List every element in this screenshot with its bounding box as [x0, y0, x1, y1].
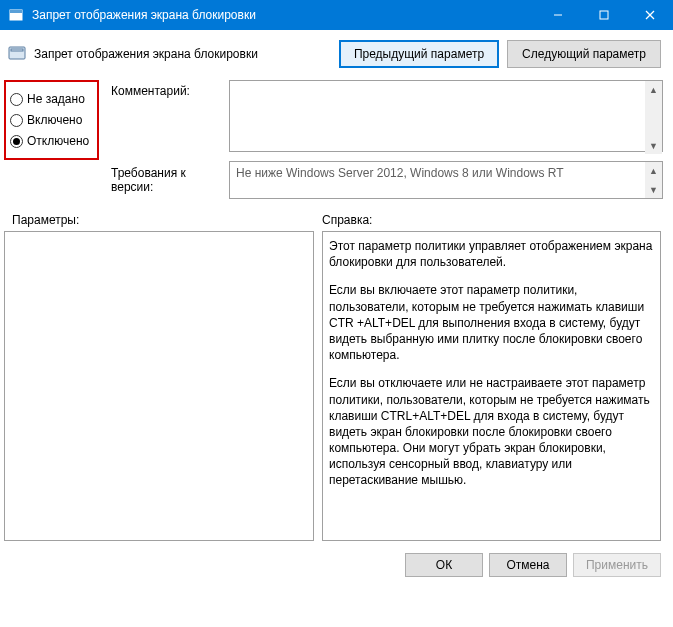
parameters-label: Параметры: [12, 213, 322, 227]
svg-rect-1 [10, 10, 22, 13]
dialog-footer: ОК Отмена Применить [0, 541, 673, 589]
previous-setting-button[interactable]: Предыдущий параметр [339, 40, 499, 68]
svg-rect-3 [600, 11, 608, 19]
radio-disabled[interactable]: Отключено [10, 134, 91, 148]
help-text: Этот параметр политики управляет отображ… [329, 238, 654, 270]
help-label: Справка: [322, 213, 372, 227]
lower-panels: Этот параметр политики управляет отображ… [0, 231, 673, 541]
window-controls [535, 0, 673, 30]
comment-input[interactable] [229, 80, 663, 152]
radio-icon [10, 93, 23, 106]
radio-label: Отключено [27, 134, 89, 148]
scrollbar[interactable]: ▲ ▼ [645, 81, 662, 154]
apply-button[interactable]: Применить [573, 553, 661, 577]
radio-label: Включено [27, 113, 82, 127]
requirements-label: Требования к версии: [111, 166, 225, 194]
policy-title: Запрет отображения экрана блокировки [34, 47, 331, 61]
next-setting-button[interactable]: Следующий параметр [507, 40, 661, 68]
window-title: Запрет отображения экрана блокировки [32, 8, 535, 22]
minimize-button[interactable] [535, 0, 581, 30]
scroll-down-icon: ▼ [645, 181, 662, 198]
scroll-down-icon: ▼ [645, 137, 662, 154]
cancel-button[interactable]: Отмена [489, 553, 567, 577]
parameters-panel [4, 231, 314, 541]
mid-labels: Параметры: Справка: [0, 199, 673, 231]
requirements-value: Не ниже Windows Server 2012, Windows 8 и… [229, 161, 663, 199]
radio-not-configured[interactable]: Не задано [10, 92, 91, 106]
policy-icon [8, 45, 26, 63]
comment-field-wrap: ▲ ▼ [229, 80, 663, 155]
help-text: Если вы отключаете или не настраиваете э… [329, 375, 654, 488]
svg-rect-7 [11, 49, 23, 51]
field-labels: Комментарий: Требования к версии: [99, 78, 229, 199]
app-icon [8, 7, 24, 23]
close-button[interactable] [627, 0, 673, 30]
field-values: ▲ ▼ Не ниже Windows Server 2012, Windows… [229, 78, 663, 199]
scroll-up-icon: ▲ [645, 162, 662, 179]
state-radio-group: Не задано Включено Отключено [4, 80, 99, 160]
radio-icon [10, 135, 23, 148]
scrollbar[interactable]: ▲ ▼ [645, 162, 662, 198]
titlebar: Запрет отображения экрана блокировки [0, 0, 673, 30]
scroll-up-icon: ▲ [645, 81, 662, 98]
settings-top: Не задано Включено Отключено Комментарий… [0, 74, 673, 199]
radio-icon [10, 114, 23, 127]
ok-button[interactable]: ОК [405, 553, 483, 577]
header: Запрет отображения экрана блокировки Пре… [0, 30, 673, 74]
comment-label: Комментарий: [111, 84, 225, 98]
radio-enabled[interactable]: Включено [10, 113, 91, 127]
help-panel: Этот параметр политики управляет отображ… [322, 231, 661, 541]
radio-label: Не задано [27, 92, 85, 106]
requirements-field-wrap: Не ниже Windows Server 2012, Windows 8 и… [229, 161, 663, 199]
help-text: Если вы включаете этот параметр политики… [329, 282, 654, 363]
maximize-button[interactable] [581, 0, 627, 30]
